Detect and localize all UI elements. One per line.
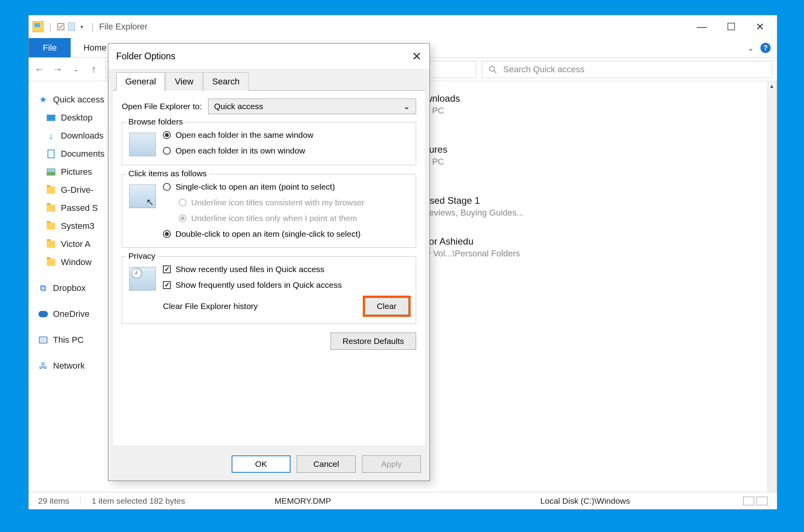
- dialog-close-button[interactable]: ✕: [412, 49, 422, 63]
- qat-dropdown-icon[interactable]: ▾: [78, 23, 86, 31]
- clear-history-label: Clear File Explorer history: [129, 302, 357, 311]
- radio-icon: [179, 199, 186, 207]
- dialog-titlebar: Folder Options ✕: [108, 44, 429, 69]
- tab-search[interactable]: Search: [203, 72, 249, 91]
- folder-icon: [47, 223, 55, 230]
- status-selection: 1 item selected 182 bytes: [91, 496, 185, 506]
- maximize-button[interactable]: ☐: [725, 21, 737, 33]
- document-icon: [48, 150, 55, 158]
- ok-button[interactable]: OK: [232, 455, 291, 473]
- download-icon: ↓: [46, 131, 56, 141]
- chevron-down-icon: ⌄: [403, 102, 410, 111]
- radio-icon: [163, 230, 171, 238]
- privacy-group: Privacy Show recently used files in Quic…: [122, 256, 416, 324]
- checkbox-frequent-folders[interactable]: Show frequently used folders in Quick ac…: [163, 280, 342, 290]
- svg-point-1: [490, 66, 495, 71]
- cancel-button[interactable]: Cancel: [297, 455, 356, 473]
- radio-icon: [163, 183, 171, 191]
- dialog-title: Folder Options: [116, 51, 175, 62]
- radio-own-window[interactable]: Open each folder in its own window: [163, 146, 313, 155]
- tab-general[interactable]: General: [116, 72, 165, 91]
- window-title: File Explorer: [99, 22, 147, 32]
- checkbox-icon: [163, 265, 171, 273]
- star-icon: ★: [38, 95, 48, 105]
- nav-up-button[interactable]: ↑: [88, 63, 100, 76]
- svg-line-2: [494, 70, 496, 73]
- status-item-count: 29 items: [38, 496, 69, 506]
- nav-recent-dropdown[interactable]: ⌄: [69, 63, 82, 76]
- radio-icon: [163, 147, 171, 155]
- scroll-up-icon[interactable]: ▲: [769, 81, 775, 91]
- list-item[interactable]: Victor Ashiedu New Vol...\Personal Folde…: [413, 236, 777, 259]
- view-details-button[interactable]: [743, 497, 754, 505]
- radio-icon: [163, 131, 171, 139]
- nav-forward-button[interactable]: →: [51, 63, 64, 76]
- checkbox-icon: [163, 281, 171, 289]
- status-filename: MEMORY.DMP: [275, 496, 331, 506]
- network-icon: 🖧: [38, 361, 48, 371]
- browse-folders-icon: [129, 133, 156, 156]
- clear-button[interactable]: Clear: [365, 298, 409, 315]
- nav-back-button[interactable]: ←: [33, 63, 46, 76]
- open-explorer-dropdown[interactable]: Quick access ⌄: [208, 99, 416, 114]
- tab-view[interactable]: View: [166, 72, 202, 91]
- click-items-group: Click items as follows Single-click to o…: [122, 174, 416, 248]
- list-item[interactable]: Passed Stage 1 ...\Reviews, Buying Guide…: [413, 195, 777, 218]
- close-button[interactable]: ✕: [754, 21, 766, 33]
- search-placeholder: Search Quick access: [503, 64, 585, 75]
- browse-folders-group: Browse folders Open each folder in the s…: [122, 122, 416, 165]
- list-item[interactable]: Downloads This PC 📌: [413, 93, 777, 126]
- click-items-icon: [129, 185, 156, 208]
- status-bar: 29 items 1 item selected 182 bytes MEMOR…: [29, 492, 777, 509]
- radio-icon: [179, 214, 186, 222]
- tab-file[interactable]: File: [29, 38, 71, 57]
- dialog-button-row: OK Cancel Apply: [108, 450, 429, 481]
- restore-defaults-button[interactable]: Restore Defaults: [331, 333, 416, 350]
- qat-folder-icon[interactable]: [68, 22, 75, 31]
- privacy-icon: [129, 267, 156, 291]
- folder-icon: [47, 205, 55, 212]
- pictures-icon: [47, 168, 55, 176]
- pin-icon: 📌: [413, 117, 777, 126]
- dropbox-icon: ⧉: [38, 283, 48, 293]
- folder-icon: [47, 186, 55, 194]
- open-explorer-label: Open File Explorer to:: [122, 102, 202, 111]
- folder-options-dialog: Folder Options ✕ General View Search Ope…: [108, 43, 430, 481]
- search-box[interactable]: Search Quick access: [482, 61, 772, 78]
- dialog-tabs: General View Search: [108, 69, 429, 90]
- radio-same-window[interactable]: Open each folder in the same window: [163, 130, 313, 140]
- desktop-icon: [47, 115, 55, 121]
- qat-save-icon[interactable]: [57, 23, 65, 31]
- apply-button[interactable]: Apply: [362, 455, 421, 473]
- radio-single-click[interactable]: Single-click to open an item (point to s…: [163, 182, 364, 192]
- radio-underline-browser: Underline icon titles consistent with my…: [163, 198, 364, 207]
- titlebar: | ▾ | File Explorer — ☐ ✕: [29, 15, 777, 38]
- checkbox-recent-files[interactable]: Show recently used files in Quick access: [163, 265, 342, 274]
- cloud-icon: [38, 311, 48, 317]
- minimize-button[interactable]: —: [696, 21, 708, 33]
- folder-icon: [47, 259, 55, 266]
- folder-icon: [47, 241, 55, 248]
- scrollbar[interactable]: ▲: [767, 81, 777, 492]
- explorer-icon: [33, 21, 44, 32]
- help-icon[interactable]: ?: [760, 43, 771, 53]
- status-location: Local Disk (C:)\Windows: [540, 496, 630, 506]
- radio-underline-point: Underline icon titles only when I point …: [163, 214, 364, 223]
- pc-icon: [39, 336, 48, 344]
- list-item[interactable]: Pictures This PC 📌: [413, 144, 777, 177]
- view-icons-button[interactable]: [756, 497, 767, 505]
- search-icon: [488, 65, 497, 74]
- ribbon-expand-icon[interactable]: ⌄: [747, 43, 754, 53]
- pin-icon: 📌: [413, 168, 777, 177]
- radio-double-click[interactable]: Double-click to open an item (single-cli…: [163, 229, 364, 239]
